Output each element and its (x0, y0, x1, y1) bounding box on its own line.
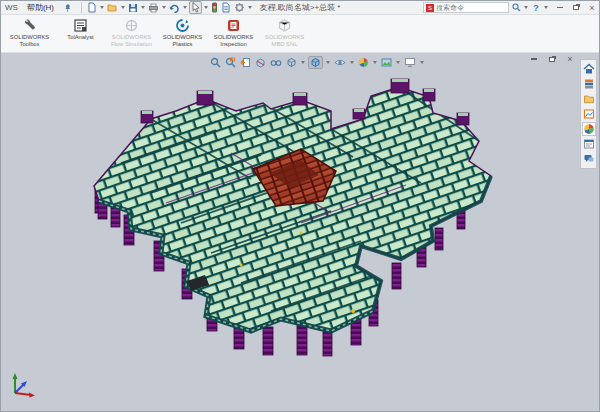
menu-help[interactable]: 帮助(H) (22, 2, 59, 13)
plastics-icon (175, 18, 190, 33)
open-button[interactable] (106, 1, 119, 14)
addin-mbd-snl: SOLIDWORKS MBD SNL (260, 17, 309, 47)
undo-button[interactable] (168, 1, 181, 14)
search-input[interactable] (436, 4, 506, 11)
open-dropdown[interactable] (121, 6, 125, 9)
save-icon (128, 3, 138, 13)
close-button[interactable]: × (587, 3, 597, 13)
edit-appearance-button[interactable] (357, 56, 370, 69)
doc-close-button[interactable]: × (565, 54, 575, 64)
zoom-to-area-button[interactable] (224, 56, 237, 69)
new-document-icon (87, 2, 97, 13)
select-button[interactable] (189, 1, 202, 14)
addin-plastics[interactable]: SOLIDWORKS Plastics (158, 17, 207, 47)
print-dropdown[interactable] (162, 6, 166, 9)
file-explorer-tab[interactable] (582, 92, 596, 106)
view-settings-icon (404, 57, 416, 68)
appearances-scenes-tab[interactable] (582, 122, 596, 136)
toolbox-icon (22, 18, 37, 33)
options-dropdown[interactable] (248, 6, 252, 9)
previous-view-icon (240, 57, 251, 68)
help-dropdown[interactable] (544, 6, 548, 9)
minimize-button[interactable] (555, 3, 565, 13)
apply-scene-button[interactable] (380, 56, 393, 69)
addin-solidworks-toolbox[interactable]: SOLIDWORKS Toolbox (5, 17, 54, 47)
undo-dropdown[interactable] (183, 6, 187, 9)
view-orientation-button[interactable] (285, 56, 298, 69)
addins-toolbar: SOLIDWORKS Toolbox TolAnalyst SOLIDWORKS… (1, 15, 599, 53)
doc-restore-button[interactable] (547, 54, 557, 64)
display-style-dropdown[interactable] (326, 61, 330, 64)
save-dropdown[interactable] (141, 6, 145, 9)
toolbar-separator (81, 2, 82, 13)
custom-properties-tab[interactable] (582, 137, 596, 151)
addin-label: TolAnalyst (67, 34, 93, 41)
print-button[interactable] (147, 1, 160, 14)
file-properties-button[interactable] (220, 1, 232, 14)
zoom-to-fit-button[interactable] (209, 56, 222, 69)
home-icon (583, 63, 595, 75)
search-dropdown[interactable] (524, 6, 528, 9)
command-search[interactable]: S (423, 2, 509, 13)
hide-show-items-button[interactable] (333, 56, 347, 69)
hide-show-dropdown[interactable] (350, 61, 354, 64)
solidworks-logo-icon: S (426, 4, 434, 12)
design-library-tab[interactable] (582, 77, 596, 91)
annotation-views-icon (270, 57, 282, 68)
task-pane-tabs (580, 59, 597, 169)
forum-tab[interactable] (582, 152, 596, 166)
traffic-light-icon (211, 2, 218, 13)
addin-label: SOLIDWORKS Inspection (209, 34, 258, 47)
app-logo-fragment: WS (1, 3, 22, 12)
addin-tolanalyst[interactable]: TolAnalyst (56, 17, 105, 41)
open-icon (107, 3, 118, 13)
solidworks-window: WS 帮助(H) (0, 0, 600, 412)
restore-button[interactable] (571, 3, 581, 13)
view-palette-tab[interactable] (582, 107, 596, 121)
new-dropdown[interactable] (100, 6, 104, 9)
apply-scene-icon (381, 57, 392, 68)
view-orientation-icon (286, 57, 297, 68)
zoom-to-fit-icon (210, 57, 221, 68)
new-document-button[interactable] (86, 1, 98, 14)
section-view-button[interactable] (254, 56, 267, 69)
mbd-icon (277, 18, 292, 33)
undo-icon (169, 3, 180, 13)
rebuild-button[interactable] (210, 1, 219, 14)
edit-appearance-dropdown[interactable] (373, 61, 377, 64)
model-3d-formwork-assembly[interactable] (1, 53, 600, 412)
view-settings-button[interactable] (403, 56, 417, 69)
hide-show-items-icon (334, 57, 346, 68)
file-properties-icon (221, 2, 231, 13)
appearances-icon (583, 123, 595, 135)
addin-inspection[interactable]: SOLIDWORKS Inspection (209, 17, 258, 47)
titlebar-right: S ? × (423, 2, 599, 13)
annotation-views-button[interactable] (269, 56, 283, 69)
display-style-icon (310, 57, 321, 68)
folder-icon (583, 93, 595, 105)
view-settings-dropdown[interactable] (420, 61, 424, 64)
help-button[interactable]: ? (531, 3, 541, 13)
pin-icon[interactable] (63, 3, 73, 13)
addin-label: SOLIDWORKS Toolbox (5, 34, 54, 47)
apply-scene-dropdown[interactable] (396, 61, 400, 64)
edit-appearance-icon (358, 57, 369, 68)
save-button[interactable] (127, 1, 139, 14)
graphics-viewport[interactable]: × (1, 53, 599, 411)
addin-label: SOLIDWORKS MBD SNL (260, 34, 309, 47)
display-style-button[interactable] (308, 56, 323, 69)
doc-minimize-button[interactable] (529, 54, 539, 64)
previous-view-button[interactable] (239, 56, 252, 69)
options-button[interactable] (233, 1, 246, 14)
quick-access-toolbar (86, 1, 253, 14)
solidworks-resources-tab[interactable] (582, 62, 596, 76)
select-dropdown[interactable] (204, 6, 208, 9)
custom-properties-icon (583, 138, 595, 150)
search-button[interactable] (511, 3, 521, 13)
window-controls: × (555, 3, 597, 13)
title-bar: WS 帮助(H) (1, 1, 599, 15)
document-window-controls: × (529, 54, 575, 64)
search-icon (512, 3, 521, 12)
addin-label: SOLIDWORKS Plastics (158, 34, 207, 47)
view-orientation-dropdown[interactable] (301, 61, 305, 64)
